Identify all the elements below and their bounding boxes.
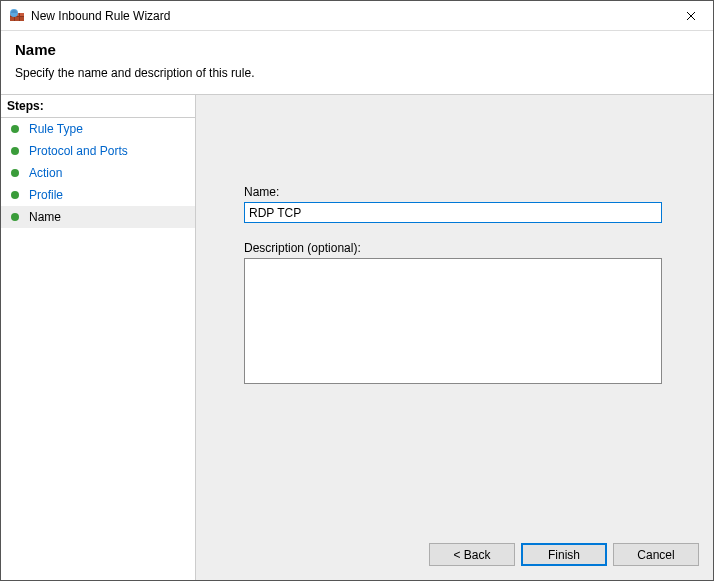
titlebar: New Inbound Rule Wizard: [1, 1, 713, 31]
step-label: Action: [29, 166, 62, 180]
step-bullet-icon: [11, 213, 19, 221]
description-label: Description (optional):: [244, 241, 683, 255]
step-label: Name: [29, 210, 61, 224]
close-button[interactable]: [668, 1, 713, 31]
step-label: Protocol and Ports: [29, 144, 128, 158]
name-label: Name:: [244, 185, 683, 199]
step-protocol-and-ports[interactable]: Protocol and Ports: [1, 140, 195, 162]
page-title: Name: [15, 41, 699, 58]
step-rule-type[interactable]: Rule Type: [1, 118, 195, 140]
wizard-buttons: < Back Finish Cancel: [429, 543, 699, 566]
cancel-button[interactable]: Cancel: [613, 543, 699, 566]
firewall-icon: [9, 8, 25, 24]
step-label: Profile: [29, 188, 63, 202]
step-action[interactable]: Action: [1, 162, 195, 184]
step-name[interactable]: Name: [1, 206, 195, 228]
step-bullet-icon: [11, 125, 19, 133]
step-bullet-icon: [11, 191, 19, 199]
main-panel: Name: Description (optional): < Back Fin…: [196, 95, 713, 580]
steps-sidebar: Steps: Rule Type Protocol and Ports Acti…: [1, 95, 196, 580]
wizard-header: Name Specify the name and description of…: [1, 31, 713, 94]
step-profile[interactable]: Profile: [1, 184, 195, 206]
steps-list: Rule Type Protocol and Ports Action Prof…: [1, 118, 195, 228]
steps-heading: Steps:: [1, 95, 195, 118]
back-button[interactable]: < Back: [429, 543, 515, 566]
finish-button[interactable]: Finish: [521, 543, 607, 566]
description-textarea[interactable]: [244, 258, 662, 384]
window-title: New Inbound Rule Wizard: [31, 9, 170, 23]
page-subtitle: Specify the name and description of this…: [15, 66, 699, 80]
name-input[interactable]: [244, 202, 662, 223]
step-label: Rule Type: [29, 122, 83, 136]
step-bullet-icon: [11, 169, 19, 177]
step-bullet-icon: [11, 147, 19, 155]
